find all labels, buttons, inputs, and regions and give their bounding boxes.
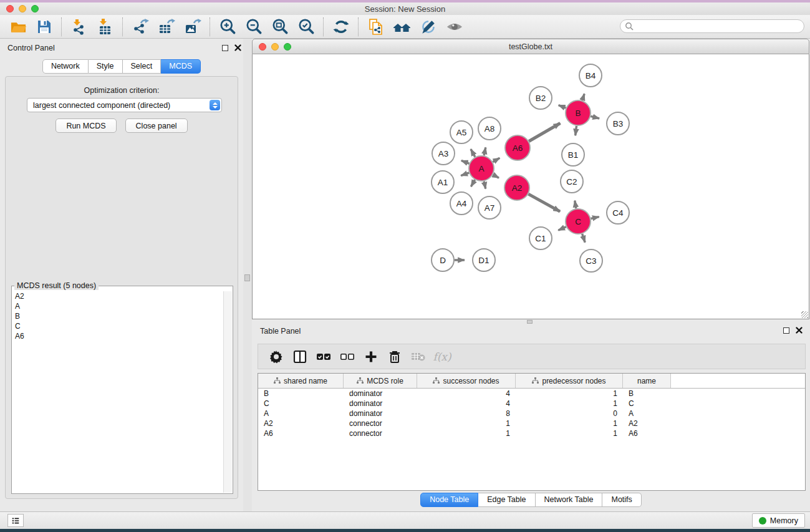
graph-node-A8[interactable]: A8 [478, 117, 501, 140]
panel-divider[interactable] [243, 39, 252, 511]
tab-node-table[interactable]: Node Table [420, 493, 478, 507]
close-window-button[interactable] [6, 5, 14, 12]
graph-node-A1[interactable]: A1 [432, 171, 454, 193]
tab-network-table[interactable]: Network Table [536, 493, 603, 507]
table-row[interactable]: Cdominator41C [258, 399, 805, 409]
result-scrollbar[interactable] [223, 291, 232, 493]
clone-network-icon[interactable] [363, 17, 389, 37]
select-all-icon[interactable] [312, 346, 335, 367]
search-input[interactable] [620, 19, 804, 33]
table-row[interactable]: Bdominator41B [258, 389, 805, 399]
zoom-fit-icon[interactable] [267, 17, 293, 37]
graph-node-A[interactable]: A [469, 156, 494, 181]
graph-node-B3[interactable]: B3 [607, 112, 629, 135]
column-header-predecessor-nodes[interactable]: predecessor nodes [516, 374, 623, 388]
tab-network[interactable]: Network [42, 59, 89, 74]
graph-edge-A2-C[interactable] [528, 194, 560, 211]
refresh-layout-icon[interactable] [328, 17, 354, 37]
column-header-name[interactable]: name [623, 374, 671, 388]
graph-edge-A6-B[interactable] [529, 123, 560, 141]
export-network-icon[interactable] [127, 17, 153, 37]
graph-edge-B-B1[interactable] [576, 126, 577, 135]
graph-node-D1[interactable]: D1 [473, 249, 495, 271]
graph-node-B4[interactable]: B4 [579, 64, 602, 87]
graph-node-A6[interactable]: A6 [505, 135, 530, 160]
hide-graphics-details-icon[interactable] [415, 17, 441, 37]
tab-select[interactable]: Select [123, 59, 162, 74]
tab-edge-table[interactable]: Edge Table [478, 493, 535, 507]
graph-node-A2[interactable]: A2 [504, 175, 529, 200]
memory-button[interactable]: Memory [752, 513, 805, 528]
result-item[interactable]: C [12, 321, 223, 331]
graph-node-B1[interactable]: B1 [562, 143, 584, 166]
show-all-views-icon[interactable] [389, 17, 415, 37]
graph-edge-A-A5[interactable] [471, 149, 475, 157]
network-window-titlebar[interactable]: testGlobe.txt [252, 39, 809, 54]
result-item[interactable]: A [12, 301, 223, 311]
graph-node-A5[interactable]: A5 [450, 121, 473, 143]
table-divider-grip[interactable] [527, 320, 533, 324]
network-close-button[interactable] [259, 43, 266, 51]
column-header-MCDS-role[interactable]: MCDS role [344, 374, 417, 388]
gear-icon[interactable] [264, 346, 288, 367]
graph-edge-C-C2[interactable] [575, 201, 576, 209]
delete-row-icon[interactable] [383, 346, 407, 367]
task-history-icon[interactable] [7, 514, 24, 527]
result-item[interactable]: A2 [12, 291, 223, 301]
graph-node-A4[interactable]: A4 [450, 192, 473, 215]
float-panel-icon[interactable] [222, 45, 228, 51]
zoom-out-icon[interactable] [241, 17, 267, 37]
graph-node-B[interactable]: B [566, 100, 591, 125]
tab-style[interactable]: Style [89, 59, 123, 74]
graph-edge-C-C3[interactable] [582, 234, 586, 243]
import-table-icon[interactable] [92, 17, 118, 37]
save-session-icon[interactable] [31, 17, 57, 37]
run-mcds-button[interactable]: Run MCDS [55, 118, 116, 133]
close-panel-button[interactable]: Close panel [125, 118, 188, 133]
optimization-dropdown[interactable]: largest connected component (directed) [27, 98, 222, 112]
column-header-shared-name[interactable]: shared name [258, 374, 344, 388]
table-row[interactable]: A2connector11A2 [258, 418, 805, 428]
graph-edge-A-A7[interactable] [484, 181, 485, 189]
table-row[interactable]: A6connector11A6 [258, 428, 805, 438]
graph-node-D[interactable]: D [432, 249, 454, 271]
network-canvas[interactable]: B4B2BB3A5A8A6A3AB1A1A2C2A4A7C4CC1C3DD1 [252, 54, 809, 319]
graph-edge-B-B2[interactable] [559, 105, 566, 109]
graph-node-A7[interactable]: A7 [478, 196, 501, 219]
deselect-all-icon[interactable] [335, 346, 359, 367]
graph-edge-A-A4[interactable] [471, 180, 475, 186]
graph-node-C4[interactable]: C4 [607, 201, 629, 224]
network-maximize-button[interactable] [284, 43, 291, 51]
float-table-panel-icon[interactable] [783, 327, 789, 334]
table-row[interactable]: Adominator80A [258, 409, 805, 418]
window-resize-grip[interactable] [801, 311, 808, 318]
graph-node-B2[interactable]: B2 [529, 87, 552, 109]
show-eye-icon[interactable] [441, 17, 468, 37]
result-item[interactable]: A6 [12, 331, 223, 341]
graph-edge-A-A2[interactable] [493, 175, 499, 178]
graph-node-C3[interactable]: C3 [580, 249, 602, 272]
graph-edge-C-C1[interactable] [558, 227, 566, 231]
graph-edge-A-A6[interactable] [493, 158, 499, 162]
tab-mcds[interactable]: MCDS [161, 59, 201, 74]
graph-node-C[interactable]: C [566, 209, 591, 234]
graph-edge-B-B3[interactable] [591, 116, 599, 118]
graph-node-C1[interactable]: C1 [529, 227, 552, 249]
open-file-icon[interactable] [5, 17, 31, 37]
graph-edge-C-C4[interactable] [591, 217, 599, 219]
network-minimize-button[interactable] [271, 43, 279, 51]
divider-grip[interactable] [244, 274, 250, 281]
columns-icon[interactable] [288, 346, 312, 367]
result-item[interactable]: B [12, 311, 223, 321]
column-header-successor-nodes[interactable]: successor nodes [417, 374, 516, 388]
zoom-selected-icon[interactable] [293, 17, 319, 37]
close-panel-icon[interactable] [234, 44, 241, 51]
zoom-in-icon[interactable] [215, 17, 241, 37]
delete-table-icon[interactable] [407, 346, 430, 367]
graph-edge-A-A1[interactable] [461, 173, 469, 176]
graph-edge-A-A8[interactable] [484, 147, 486, 155]
tab-motifs[interactable]: Motifs [602, 493, 641, 507]
graph-node-A3[interactable]: A3 [432, 142, 455, 165]
export-image-icon[interactable] [180, 17, 206, 37]
add-row-icon[interactable] [359, 346, 383, 367]
